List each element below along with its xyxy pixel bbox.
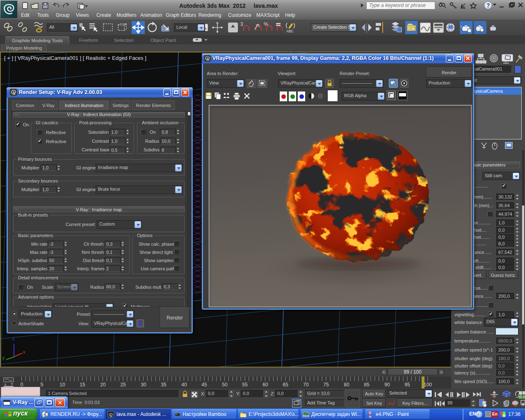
- svg-text:60: 60: [262, 382, 268, 388]
- svg-text:z: z: [12, 336, 15, 341]
- svg-text:25: 25: [120, 382, 126, 388]
- svg-text:ABC: ABC: [286, 29, 293, 33]
- svg-text:35: 35: [161, 382, 167, 388]
- svg-text:100: 100: [424, 382, 432, 388]
- svg-text:95: 95: [404, 382, 410, 388]
- svg-text:90: 90: [384, 382, 390, 388]
- svg-text:75: 75: [323, 382, 329, 388]
- svg-text:10: 10: [59, 382, 65, 388]
- svg-text:65: 65: [283, 382, 288, 388]
- svg-text:20: 20: [100, 382, 106, 388]
- svg-text:30: 30: [141, 382, 146, 388]
- svg-text:80: 80: [344, 382, 349, 388]
- svg-text:5: 5: [41, 382, 43, 388]
- svg-text:85: 85: [364, 382, 370, 388]
- svg-text:70: 70: [303, 382, 309, 388]
- svg-text:15: 15: [80, 382, 85, 388]
- svg-text:x: x: [23, 349, 25, 354]
- svg-text:50: 50: [222, 382, 228, 388]
- svg-text:45: 45: [201, 382, 207, 388]
- svg-text:55: 55: [242, 382, 248, 388]
- svg-text:y: y: [2, 355, 5, 360]
- svg-text:40: 40: [181, 382, 187, 388]
- svg-text:3: 3: [240, 21, 243, 27]
